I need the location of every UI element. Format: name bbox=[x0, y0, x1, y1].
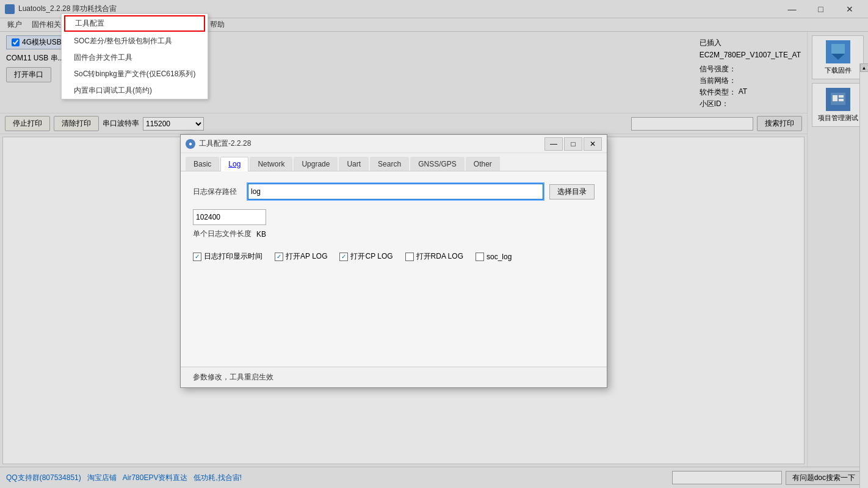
checkbox-cp-log-label: 打开CP LOG bbox=[350, 251, 392, 262]
log-path-row: 日志保存路径 选择目录 bbox=[193, 184, 595, 199]
tab-search[interactable]: Search bbox=[370, 157, 409, 171]
modal-body: 日志保存路径 选择目录 单个日志文件长度 KB 日志打印显示时间 bbox=[181, 171, 607, 367]
modal-note-text: 参数修改，工具重启生效 bbox=[193, 373, 273, 381]
modal-note: 参数修改，工具重启生效 bbox=[181, 367, 607, 387]
dropdown-menu: 工具配置 SOC差分/整包升级包制作工具 固件合并文件工具 SoC转binpkg… bbox=[61, 13, 208, 99]
tab-gnss[interactable]: GNSS/GPS bbox=[410, 157, 465, 171]
checkbox-show-time[interactable]: 日志打印显示时间 bbox=[193, 251, 262, 262]
dropdown-item-1[interactable]: SOC差分/整包升级包制作工具 bbox=[62, 33, 208, 49]
tab-upgrade[interactable]: Upgrade bbox=[294, 157, 338, 171]
checkbox-cp-log[interactable]: 打开CP LOG bbox=[339, 251, 392, 262]
modal-tabs: Basic Log Network Upgrade Uart Search GN… bbox=[181, 153, 607, 171]
tab-log[interactable]: Log bbox=[220, 157, 248, 171]
tab-network[interactable]: Network bbox=[250, 157, 292, 171]
tool-config-dialog: ● 工具配置-2.2.28 — □ ✕ Basic Log Network Up… bbox=[180, 134, 607, 388]
tab-basic[interactable]: Basic bbox=[186, 157, 219, 171]
select-dir-button[interactable]: 选择目录 bbox=[549, 184, 595, 199]
log-path-label: 日志保存路径 bbox=[193, 187, 242, 197]
modal-title-icon: ● bbox=[186, 139, 195, 149]
checkbox-ap-log[interactable]: 打开AP LOG bbox=[275, 251, 327, 262]
checkbox-show-time-label: 日志打印显示时间 bbox=[204, 251, 262, 262]
modal-title-controls: — □ ✕ bbox=[544, 137, 602, 151]
dropdown-item-0[interactable]: 工具配置 bbox=[64, 15, 205, 32]
log-path-input[interactable] bbox=[248, 184, 543, 199]
dropdown-item-2[interactable]: 固件合并文件工具 bbox=[62, 49, 208, 66]
checkbox-show-time-box bbox=[193, 253, 201, 261]
modal-title-text: 工具配置-2.2.28 bbox=[199, 138, 544, 149]
checkbox-row: 日志打印显示时间 打开AP LOG 打开CP LOG 打开RDA LOG soc… bbox=[193, 251, 595, 262]
modal-close-button[interactable]: ✕ bbox=[584, 137, 602, 151]
checkbox-ap-log-box bbox=[275, 253, 283, 261]
modal-maximize-button[interactable]: □ bbox=[564, 137, 582, 151]
tab-uart[interactable]: Uart bbox=[339, 157, 369, 171]
dropdown-item-3[interactable]: SoC转binpkg量产文件(仅EC618系列) bbox=[62, 66, 208, 82]
checkbox-soc-log-box bbox=[476, 253, 484, 261]
modal-title-bar: ● 工具配置-2.2.28 — □ ✕ bbox=[181, 135, 607, 153]
checkbox-cp-log-box bbox=[339, 253, 348, 261]
file-size-label: 单个日志文件长度 bbox=[193, 229, 251, 239]
checkbox-soc-log-label: soc_log bbox=[486, 253, 512, 261]
checkbox-rda-log[interactable]: 打开RDA LOG bbox=[405, 251, 463, 262]
file-size-section: 单个日志文件长度 KB bbox=[193, 209, 595, 239]
checkbox-ap-log-label: 打开AP LOG bbox=[286, 251, 327, 262]
checkbox-soc-log[interactable]: soc_log bbox=[476, 253, 512, 261]
tab-other[interactable]: Other bbox=[466, 157, 500, 171]
dropdown-item-4[interactable]: 内置串口调试工具(简约) bbox=[62, 82, 208, 99]
checkbox-rda-log-label: 打开RDA LOG bbox=[416, 251, 463, 262]
modal-minimize-button[interactable]: — bbox=[544, 137, 563, 151]
file-size-unit: KB bbox=[256, 230, 266, 239]
checkbox-rda-log-box bbox=[405, 253, 414, 261]
file-size-input[interactable] bbox=[193, 209, 266, 225]
